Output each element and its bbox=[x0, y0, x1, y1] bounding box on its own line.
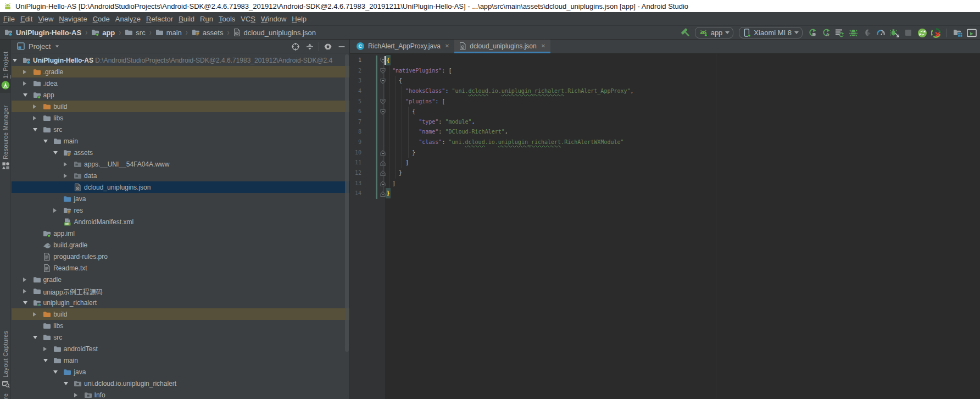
tree-row-java[interactable]: java bbox=[12, 366, 349, 378]
menu-edit[interactable]: Edit bbox=[18, 15, 35, 23]
project-panel-title[interactable]: Project bbox=[29, 42, 51, 51]
tree-row-apps-uni-54fa04a-www[interactable]: apps.__UNI__54FA04A.www bbox=[12, 158, 349, 170]
run-configuration-select[interactable]: app bbox=[695, 27, 734, 38]
tree-row-uniapp-[interactable]: uniapp示例工程源码 bbox=[12, 285, 349, 297]
tree-collapse-arrow[interactable] bbox=[53, 151, 58, 154]
hide-button[interactable] bbox=[335, 41, 349, 53]
tree-expand-arrow[interactable] bbox=[64, 174, 67, 178]
tree-expand-arrow[interactable] bbox=[43, 347, 47, 351]
tree-row--idea[interactable]: .idea bbox=[12, 77, 349, 89]
breadcrumb-item-src[interactable]: src bbox=[125, 28, 145, 37]
tree-expand-arrow[interactable] bbox=[33, 116, 36, 120]
tree-expand-arrow[interactable] bbox=[23, 70, 26, 74]
breadcrumb-item-dcloud-uniplugins-json[interactable]: dcloud_uniplugins.json bbox=[233, 28, 316, 37]
tool-stripe-layout-captures[interactable]: Layout Captures bbox=[0, 314, 11, 388]
tree-row-gradle[interactable]: gradle bbox=[12, 274, 349, 285]
tree-expand-arrow[interactable] bbox=[74, 393, 77, 397]
tree-row-info[interactable]: Info bbox=[12, 389, 349, 399]
tree-row-uni-dcloud-io-uniplugin-richalert[interactable]: uni.dcloud.io.uniplugin_richalert bbox=[12, 378, 349, 389]
tree-collapse-arrow[interactable] bbox=[43, 359, 48, 362]
tree-row-libs[interactable]: libs bbox=[12, 320, 349, 331]
breadcrumb-item-app[interactable]: app bbox=[91, 28, 115, 37]
tree-row-main[interactable]: main bbox=[12, 354, 349, 366]
tree-row-androidtest[interactable]: androidTest bbox=[12, 343, 349, 354]
tree-row-java[interactable]: java bbox=[12, 193, 349, 204]
attach-profiler-button[interactable] bbox=[889, 27, 901, 39]
make-project-button[interactable] bbox=[680, 27, 692, 39]
sync-status-button[interactable] bbox=[930, 27, 942, 39]
code-text[interactable]: { "nativePlugins": [ { "hooksClass": "un… bbox=[386, 56, 634, 199]
breadcrumb-item-main[interactable]: main bbox=[155, 28, 182, 37]
code-area[interactable]: { "nativePlugins": [ { "hooksClass": "un… bbox=[385, 54, 980, 399]
tree-expand-arrow[interactable] bbox=[33, 312, 36, 317]
tree-row-assets[interactable]: assets bbox=[12, 147, 349, 158]
avd-manager-button[interactable] bbox=[966, 27, 978, 39]
tree-row-build[interactable]: build bbox=[12, 308, 349, 320]
tree-row--gradle[interactable]: .gradle bbox=[12, 66, 349, 77]
tree-collapse-arrow[interactable] bbox=[43, 140, 48, 143]
menu-navigate[interactable]: Navigate bbox=[57, 15, 90, 23]
collapse-all-button[interactable] bbox=[303, 41, 317, 53]
editor-tab-richalert-appproxy-java[interactable]: CRichAlert_AppProxy.java✕ bbox=[352, 40, 454, 53]
tool-stripe-7-structure[interactable]: 7: Structure bbox=[0, 385, 11, 399]
menu-code[interactable]: Code bbox=[90, 15, 112, 23]
stop-button[interactable] bbox=[903, 27, 915, 39]
chevron-down-icon[interactable] bbox=[55, 45, 59, 47]
menu-build[interactable]: Build bbox=[176, 15, 197, 23]
tree-collapse-arrow[interactable] bbox=[33, 128, 37, 131]
tree-row-app[interactable]: app bbox=[12, 89, 349, 101]
apply-changes-restart-button[interactable] bbox=[806, 27, 818, 39]
apply-code-changes-button[interactable]: A bbox=[820, 27, 832, 39]
project-scrollbar[interactable] bbox=[345, 54, 349, 352]
menu-help[interactable]: Help bbox=[289, 15, 309, 23]
tree-row-src[interactable]: src bbox=[12, 331, 349, 343]
tab-close-icon[interactable]: ✕ bbox=[445, 43, 449, 49]
editor-tab-dcloud-uniplugins-json[interactable]: dcloud_uniplugins.json✕ bbox=[454, 40, 550, 53]
tree-expand-arrow[interactable] bbox=[64, 162, 67, 167]
tab-close-icon[interactable]: ✕ bbox=[541, 43, 545, 49]
tree-row-res[interactable]: res bbox=[12, 204, 349, 216]
tool-stripe-1-project[interactable]: 1: Project bbox=[0, 40, 11, 93]
menu-window[interactable]: Window bbox=[259, 15, 289, 23]
tree-row-libs[interactable]: libs bbox=[12, 112, 349, 124]
breadcrumb-item-assets[interactable]: assets bbox=[192, 28, 224, 37]
tree-row-uniplugin-hello-as[interactable]: UniPlugin-Hello-AS D:\AndroidStudioProje… bbox=[12, 54, 349, 66]
tree-expand-arrow[interactable] bbox=[23, 278, 26, 282]
tree-row-src[interactable]: src bbox=[12, 124, 349, 135]
tree-row-androidmanifest-xml[interactable]: MFAndroidManifest.xml bbox=[12, 216, 349, 228]
tree-collapse-arrow[interactable] bbox=[13, 59, 17, 62]
tree-collapse-arrow[interactable] bbox=[33, 336, 37, 339]
tree-collapse-arrow[interactable] bbox=[64, 382, 68, 385]
attach-debugger-button[interactable] bbox=[861, 27, 873, 39]
project-structure-button[interactable] bbox=[952, 27, 964, 39]
menu-refactor[interactable]: Refactor bbox=[144, 15, 176, 23]
menu-tools[interactable]: Tools bbox=[216, 15, 237, 23]
tree-collapse-arrow[interactable] bbox=[23, 301, 27, 304]
tree-row-data[interactable]: data bbox=[12, 170, 349, 181]
tree-expand-arrow[interactable] bbox=[53, 208, 57, 213]
tree-expand-arrow[interactable] bbox=[23, 289, 26, 293]
tree-row-main[interactable]: main bbox=[12, 135, 349, 147]
tree-expand-arrow[interactable] bbox=[33, 104, 36, 109]
tool-stripe-resource-manager[interactable]: Resource Manager bbox=[0, 104, 11, 170]
gear-button[interactable] bbox=[321, 41, 335, 53]
tree-row-readme-txt[interactable]: Readme.txt bbox=[12, 262, 349, 274]
debug-button[interactable] bbox=[848, 27, 860, 39]
tree-row-dcloud-uniplugins-json[interactable]: dcloud_uniplugins.json bbox=[12, 181, 349, 193]
tree-collapse-arrow[interactable] bbox=[23, 93, 27, 97]
tree-row-proguard-rules-pro[interactable]: proguard-rules.pro bbox=[12, 251, 349, 262]
tree-row-uniplugin-richalert[interactable]: uniplugin_richalert bbox=[12, 297, 349, 308]
menu-view[interactable]: View bbox=[36, 15, 56, 23]
tree-row-app-iml[interactable]: app.iml bbox=[12, 228, 349, 239]
tree-expand-arrow[interactable] bbox=[23, 81, 26, 86]
tree-row-build[interactable]: build bbox=[12, 101, 349, 112]
gradle-sync-button[interactable] bbox=[916, 27, 928, 39]
menu-analyze[interactable]: Analyze bbox=[113, 15, 143, 23]
menu-file[interactable]: File bbox=[1, 15, 18, 23]
tree-row-build-gradle[interactable]: build.gradle bbox=[12, 239, 349, 251]
hot-reload-button[interactable] bbox=[834, 27, 846, 39]
device-select[interactable]: Xiaomi MI 8 bbox=[739, 27, 803, 38]
breadcrumb-item-uniplugin-hello-as[interactable]: UniPlugin-Hello-AS bbox=[4, 28, 81, 37]
locate-file-button[interactable] bbox=[288, 41, 303, 53]
menu-run[interactable]: Run bbox=[198, 15, 216, 23]
